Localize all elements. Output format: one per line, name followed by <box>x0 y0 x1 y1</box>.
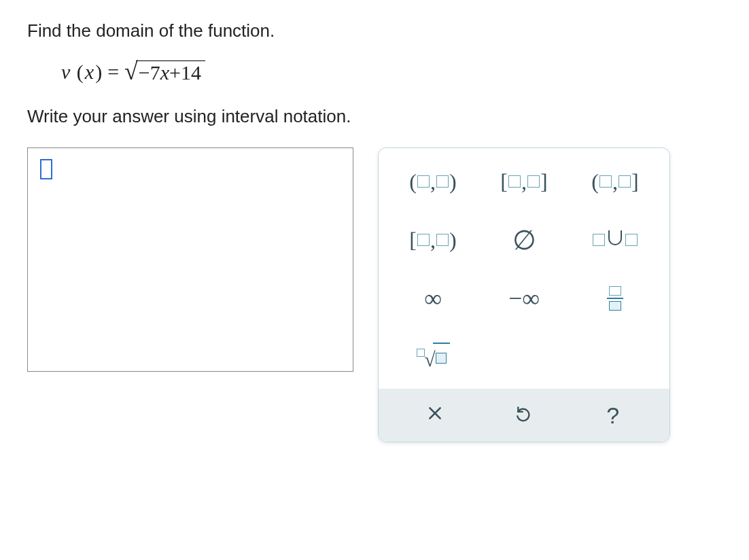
equation-fn-name: v <box>61 60 70 84</box>
answer-input[interactable] <box>27 147 353 372</box>
radicand-coeff: −7 <box>139 61 160 84</box>
key-nth-root[interactable]: √ <box>391 337 475 377</box>
key-interval-open-closed[interactable]: (,] <box>573 162 657 201</box>
math-keypad: (,) [,] (,] [,) ∅ ∞ −∞ √ <box>378 147 670 442</box>
equation: v (x) = √ −7x+14 <box>61 58 722 86</box>
prompt-line-2: Write your answer using interval notatio… <box>27 106 722 127</box>
close-icon <box>426 404 444 427</box>
radicand-const: +14 <box>169 61 201 84</box>
equation-arg: x <box>85 60 94 84</box>
key-neg-infinity[interactable]: −∞ <box>482 279 566 318</box>
sqrt-expression: √ −7x+14 <box>124 58 205 86</box>
answer-cursor <box>40 159 52 179</box>
key-fraction[interactable] <box>573 279 657 318</box>
key-union[interactable] <box>573 220 657 260</box>
undo-icon <box>515 404 533 427</box>
radicand-var: x <box>160 61 169 84</box>
help-button[interactable]: ? <box>568 400 657 431</box>
question-icon: ? <box>606 402 619 429</box>
clear-button[interactable] <box>391 400 480 431</box>
prompt-line-1: Find the domain of the function. <box>27 20 722 41</box>
key-empty-2 <box>573 337 657 377</box>
undo-button[interactable] <box>480 400 569 431</box>
key-interval-open-open[interactable]: (,) <box>391 162 475 201</box>
key-interval-closed-closed[interactable]: [,] <box>482 162 566 201</box>
key-empty-set[interactable]: ∅ <box>482 220 566 260</box>
key-infinity[interactable]: ∞ <box>391 279 475 318</box>
key-empty-1 <box>482 337 566 377</box>
key-interval-closed-open[interactable]: [,) <box>391 220 475 260</box>
